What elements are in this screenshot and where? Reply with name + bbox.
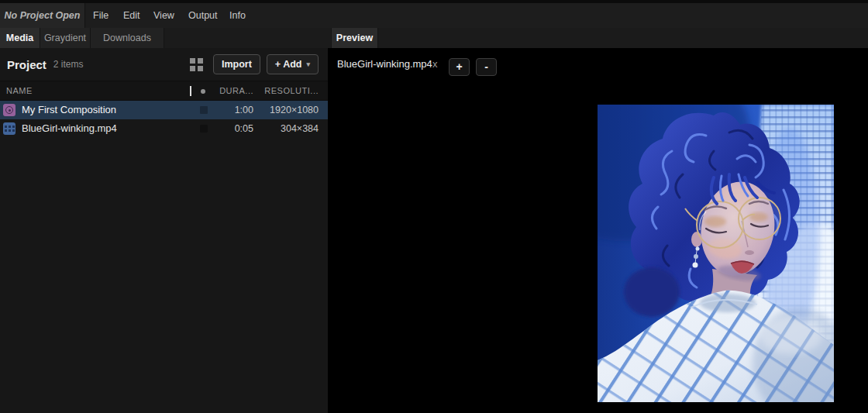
- tab-downloads[interactable]: Downloads: [91, 28, 164, 48]
- project-items-count: 2 items: [53, 59, 84, 70]
- project-panel-title: Project: [7, 58, 46, 71]
- row-duration: 1:00: [235, 105, 253, 115]
- import-button[interactable]: Import: [213, 54, 260, 74]
- column-header-dot-icon[interactable]: [201, 89, 205, 94]
- project-panel-header: Project 2 items Import + Add ▾: [0, 48, 328, 81]
- app-window: No Project Open File Edit View Output In…: [0, 0, 868, 413]
- close-icon[interactable]: x: [432, 58, 438, 70]
- table-row-video-clip[interactable]: BlueGirl-winking.mp4 0:05 304×384: [0, 119, 328, 138]
- zoom-in-button[interactable]: +: [449, 58, 470, 76]
- chevron-down-icon: ▾: [306, 60, 310, 68]
- project-panel: Project 2 items Import + Add ▾ NAME DURA…: [0, 48, 329, 413]
- column-header-name[interactable]: NAME: [6, 86, 33, 95]
- column-header-resolution[interactable]: RESOLUTI...: [264, 86, 319, 95]
- row-resolution: 1920×1080: [270, 105, 319, 115]
- composition-icon: [3, 104, 16, 116]
- project-state[interactable]: No Project Open: [0, 3, 85, 28]
- add-button-label: + Add: [275, 59, 302, 70]
- preview-panel: BlueGirl-winking.mp4 x + -: [329, 48, 868, 413]
- menu-edit[interactable]: Edit: [120, 3, 143, 28]
- row-status-marker[interactable]: [200, 125, 208, 133]
- project-state-label: No Project Open: [5, 10, 81, 21]
- column-header-duration[interactable]: DURA...: [219, 86, 253, 95]
- menu-output[interactable]: Output: [185, 3, 221, 28]
- media-table-header: NAME DURA... RESOLUTI...: [0, 81, 328, 101]
- row-status-marker[interactable]: [200, 106, 208, 114]
- row-name: BlueGirl-winking.mp4: [22, 122, 117, 134]
- preview-video-frame: [598, 105, 834, 402]
- row-resolution: 304×384: [281, 123, 319, 134]
- grid-view-icon[interactable]: [190, 58, 203, 71]
- row-duration: 0:05: [235, 123, 253, 134]
- tab-bar: Media Graydient Downloads Preview: [0, 28, 868, 48]
- menu-bar: No Project Open File Edit View Output In…: [0, 3, 868, 28]
- add-button[interactable]: + Add ▾: [267, 54, 319, 74]
- menu-info[interactable]: Info: [226, 3, 249, 28]
- tab-graydient[interactable]: Graydient: [40, 28, 91, 48]
- video-clip-icon: [3, 122, 16, 135]
- table-row-composition[interactable]: My First Composition 1:00 1920×1080: [0, 101, 328, 119]
- column-divider-bar[interactable]: [190, 86, 191, 96]
- row-name: My First Composition: [22, 104, 116, 115]
- preview-toolbar: BlueGirl-winking.mp4 x + -: [329, 48, 868, 81]
- preview-clip-name: BlueGirl-winking.mp4: [337, 58, 432, 70]
- tab-preview[interactable]: Preview: [331, 28, 378, 48]
- zoom-out-button[interactable]: -: [476, 58, 497, 76]
- tab-media[interactable]: Media: [0, 28, 40, 48]
- menu-file[interactable]: File: [90, 3, 112, 28]
- menu-view[interactable]: View: [150, 3, 177, 28]
